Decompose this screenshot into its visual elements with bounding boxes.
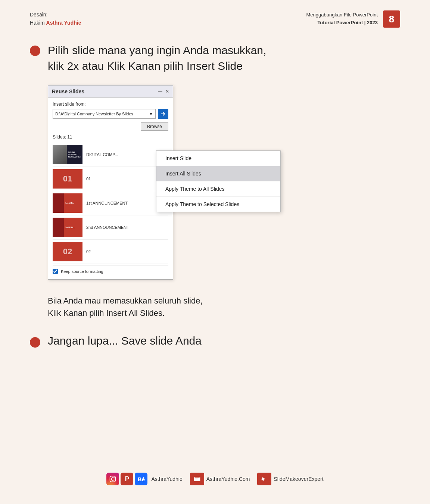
footer-social-handle: AsthraYudhie [151,476,182,482]
header-left: Desain: Hakim Asthra Yudhie [30,10,81,27]
file-input-row: D:\A\Digital Company Newsletter By Slide… [53,109,168,119]
ctx-insert-slide[interactable]: Insert Slide [156,151,280,166]
footer-website: AsthraYudhie.Com [206,476,250,482]
svg-point-2 [114,477,115,478]
slide-thumb-4: 2nd ANN... [53,218,82,237]
footer: P Bé AsthraYudhie AsthraYudhie.Com # Sli… [0,473,430,485]
ctx-apply-theme-all[interactable]: Apply Theme to All Slides [156,181,280,197]
bullet-dot-1 [30,46,40,56]
slides-count: Slides: 11 [53,134,168,140]
footer-inner: P Bé AsthraYudhie AsthraYudhie.Com # Sli… [106,473,323,485]
context-menu: Insert Slide Insert All Slides Apply The… [156,150,281,212]
panel-area: Reuse Slides — ✕ Insert slide from: D:\A… [48,85,400,280]
insert-from-label: Insert slide from: [53,102,168,107]
section2: Jangan lupa... Save slide Anda [30,334,400,348]
slide-label-1: DIGITAL COMP... [86,152,118,157]
header-right: Menggabungkan File PowerPoint Tutorial P… [306,10,400,28]
reuse-panel-body: Insert slide from: D:\A\Digital Company … [48,98,173,279]
social-icons: P Bé [106,473,147,485]
list-item[interactable]: 1st ANN... 1st ANNOUNCEMENT [53,191,168,215]
design-label: Desain: [30,12,47,18]
slide-label-4: 2nd ANNOUNCEMENT [86,225,129,230]
panel-minimize-button[interactable]: — [158,89,162,94]
footer-website-icon [190,473,204,485]
ctx-apply-theme-selected[interactable]: Apply Theme to Selected Slides [156,197,280,212]
page-title: Menggabungkan File PowerPoint Tutorial P… [306,11,378,27]
browse-row: Browse [53,122,168,131]
svg-rect-5 [194,479,197,479]
svg-point-1 [112,477,115,480]
list-item[interactable]: DIGITAL COMPANY NEWSLETTER DIGITAL COMP.… [53,143,168,167]
list-item[interactable]: 2nd ANN... 2nd ANNOUNCEMENT [53,215,168,240]
keep-source-label: Keep source formatting [61,269,103,274]
slide-thumb-5: 02 [53,242,82,261]
footer-slideshare: SlideMakeoverExpert [274,476,323,482]
browse-button[interactable]: Browse [141,122,168,131]
header: Desain: Hakim Asthra Yudhie Menggabungka… [0,0,430,28]
svg-text:#: # [262,476,265,482]
ctx-insert-all-slides[interactable]: Insert All Slides [156,166,280,181]
pinterest-icon[interactable]: P [121,473,133,485]
reuse-panel-header: Reuse Slides — ✕ [48,85,173,98]
slide-label-2: 01 [86,177,91,181]
reuse-panel-title: Reuse Slides [52,88,84,94]
file-input-box[interactable]: D:\A\Digital Company Newsletter By Slide… [53,109,156,119]
keep-source-checkbox[interactable] [53,269,58,274]
slide-thumb-2: 01 [53,169,82,189]
file-go-button[interactable] [158,109,168,119]
list-item[interactable]: 02 02 [53,240,168,264]
designer-name: Asthra Yudhie [46,20,81,26]
slides-list: DIGITAL COMPANY NEWSLETTER DIGITAL COMP.… [53,143,168,264]
section1-heading: Pilih slide mana yang ingin Anda masukka… [30,43,400,74]
section2-heading: Jangan lupa... Save slide Anda [48,335,202,347]
behance-icon[interactable]: Bé [135,473,147,485]
main-content: Pilih slide mana yang ingin Anda masukka… [0,28,430,348]
slide-thumb-1: DIGITAL COMPANY NEWSLETTER [53,145,82,164]
footer-hashtag-icon: # [257,473,271,485]
panel-controls: — ✕ [158,89,169,94]
svg-rect-4 [194,477,199,478]
bullet-dot-2 [30,337,40,348]
instagram-icon[interactable] [106,473,119,485]
list-item[interactable]: 01 01 [53,167,168,191]
panel-close-button[interactable]: ✕ [165,89,169,94]
svg-rect-0 [110,476,116,482]
slide-thumb-3: 1st ANN... [53,193,82,213]
slide-label-5: 02 [86,249,91,254]
section1-heading-text: Pilih slide mana yang ingin Anda masukka… [48,43,266,74]
description-text: Bila Anda mau memasukkan seluruh slide, … [48,295,400,319]
keep-source-row: Keep source formatting [53,265,168,276]
page-number-badge: 8 [383,10,400,28]
slide-label-3: 1st ANNOUNCEMENT [86,201,128,205]
reuse-panel: Reuse Slides — ✕ Insert slide from: D:\A… [48,85,173,280]
